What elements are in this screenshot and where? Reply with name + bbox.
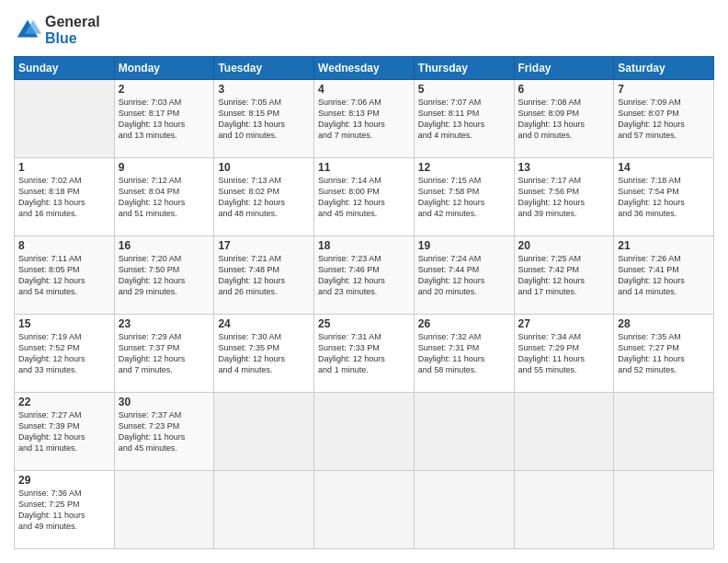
day-number: 12 xyxy=(418,161,510,174)
calendar-cell: 16Sunrise: 7:20 AMSunset: 7:50 PMDayligh… xyxy=(114,236,214,315)
day-number: 27 xyxy=(518,317,610,330)
day-info: Sunrise: 7:03 AMSunset: 8:17 PMDaylight:… xyxy=(119,97,210,142)
calendar-row: 2Sunrise: 7:03 AMSunset: 8:17 PMDaylight… xyxy=(15,80,714,158)
day-info: Sunrise: 7:14 AMSunset: 8:00 PMDaylight:… xyxy=(318,175,410,220)
calendar-cell xyxy=(414,393,514,471)
calendar-cell: 18Sunrise: 7:23 AMSunset: 7:46 PMDayligh… xyxy=(314,236,415,315)
day-info: Sunrise: 7:05 AMSunset: 8:15 PMDaylight:… xyxy=(218,97,310,142)
day-info: Sunrise: 7:24 AMSunset: 7:44 PMDaylight:… xyxy=(418,253,510,298)
day-info: Sunrise: 7:21 AMSunset: 7:48 PMDaylight:… xyxy=(218,253,310,298)
day-info: Sunrise: 7:19 AMSunset: 7:52 PMDaylight:… xyxy=(18,331,110,376)
day-number: 2 xyxy=(119,83,210,96)
calendar-cell xyxy=(114,471,214,549)
calendar-cell xyxy=(614,393,714,471)
col-thursday: Thursday xyxy=(414,57,514,80)
day-info: Sunrise: 7:35 AMSunset: 7:27 PMDaylight:… xyxy=(618,331,710,376)
day-info: Sunrise: 7:36 AMSunset: 7:25 PMDaylight:… xyxy=(18,488,110,533)
day-info: Sunrise: 7:08 AMSunset: 8:09 PMDaylight:… xyxy=(518,97,610,142)
calendar-cell: 13Sunrise: 7:17 AMSunset: 7:56 PMDayligh… xyxy=(514,158,614,236)
col-tuesday: Tuesday xyxy=(214,57,314,80)
calendar-cell: 8Sunrise: 7:11 AMSunset: 8:05 PMDaylight… xyxy=(15,236,115,315)
calendar-row: 29Sunrise: 7:36 AMSunset: 7:25 PMDayligh… xyxy=(15,471,714,549)
day-info: Sunrise: 7:32 AMSunset: 7:31 PMDaylight:… xyxy=(418,331,510,376)
calendar-cell xyxy=(514,471,614,549)
day-info: Sunrise: 7:09 AMSunset: 8:07 PMDaylight:… xyxy=(618,97,710,142)
day-number: 29 xyxy=(18,474,110,487)
calendar-cell: 7Sunrise: 7:09 AMSunset: 8:07 PMDaylight… xyxy=(614,80,714,158)
day-info: Sunrise: 7:15 AMSunset: 7:58 PMDaylight:… xyxy=(418,175,510,220)
day-number: 17 xyxy=(218,239,310,252)
day-info: Sunrise: 7:30 AMSunset: 7:35 PMDaylight:… xyxy=(218,331,310,376)
calendar-cell: 27Sunrise: 7:34 AMSunset: 7:29 PMDayligh… xyxy=(514,315,614,393)
calendar-cell: 24Sunrise: 7:30 AMSunset: 7:35 PMDayligh… xyxy=(214,315,314,393)
day-number: 9 xyxy=(119,161,210,174)
calendar-table: Sunday Monday Tuesday Wednesday Thursday… xyxy=(14,56,714,549)
calendar-row: 8Sunrise: 7:11 AMSunset: 8:05 PMDaylight… xyxy=(15,236,714,315)
calendar-cell: 29Sunrise: 7:36 AMSunset: 7:25 PMDayligh… xyxy=(15,471,115,549)
day-info: Sunrise: 7:11 AMSunset: 8:05 PMDaylight:… xyxy=(18,253,110,298)
day-number: 26 xyxy=(418,317,510,330)
calendar-cell xyxy=(314,471,415,549)
day-number: 1 xyxy=(18,161,110,174)
calendar-cell xyxy=(214,393,314,471)
header: General Blue xyxy=(14,14,714,47)
day-number: 14 xyxy=(618,161,710,174)
day-info: Sunrise: 7:34 AMSunset: 7:29 PMDaylight:… xyxy=(518,331,610,376)
calendar-cell: 20Sunrise: 7:25 AMSunset: 7:42 PMDayligh… xyxy=(514,236,614,315)
day-number: 16 xyxy=(119,239,210,252)
calendar-cell xyxy=(214,471,314,549)
calendar-cell: 6Sunrise: 7:08 AMSunset: 8:09 PMDaylight… xyxy=(514,80,614,158)
day-number: 22 xyxy=(18,396,110,408)
day-info: Sunrise: 7:25 AMSunset: 7:42 PMDaylight:… xyxy=(518,253,610,298)
calendar-cell: 23Sunrise: 7:29 AMSunset: 7:37 PMDayligh… xyxy=(114,315,214,393)
day-info: Sunrise: 7:07 AMSunset: 8:11 PMDaylight:… xyxy=(418,97,510,142)
day-number: 5 xyxy=(418,83,510,96)
calendar-cell: 26Sunrise: 7:32 AMSunset: 7:31 PMDayligh… xyxy=(414,315,514,393)
logo-text: General Blue xyxy=(45,14,100,47)
day-number: 30 xyxy=(119,396,210,408)
calendar-cell: 12Sunrise: 7:15 AMSunset: 7:58 PMDayligh… xyxy=(414,158,514,236)
day-number: 20 xyxy=(518,239,610,252)
calendar-cell: 3Sunrise: 7:05 AMSunset: 8:15 PMDaylight… xyxy=(214,80,314,158)
day-number: 15 xyxy=(18,317,110,330)
calendar-cell: 22Sunrise: 7:27 AMSunset: 7:39 PMDayligh… xyxy=(15,393,115,471)
day-number: 19 xyxy=(418,239,510,252)
day-number: 7 xyxy=(618,83,710,96)
day-number: 6 xyxy=(518,83,610,96)
day-info: Sunrise: 7:27 AMSunset: 7:39 PMDaylight:… xyxy=(18,409,110,454)
day-info: Sunrise: 7:23 AMSunset: 7:46 PMDaylight:… xyxy=(318,253,410,298)
day-number: 13 xyxy=(518,161,610,174)
day-info: Sunrise: 7:29 AMSunset: 7:37 PMDaylight:… xyxy=(119,331,210,376)
calendar-cell xyxy=(15,80,115,158)
day-info: Sunrise: 7:13 AMSunset: 8:02 PMDaylight:… xyxy=(218,175,310,220)
calendar-cell: 2Sunrise: 7:03 AMSunset: 8:17 PMDaylight… xyxy=(114,80,214,158)
calendar-cell: 30Sunrise: 7:37 AMSunset: 7:23 PMDayligh… xyxy=(114,393,214,471)
day-info: Sunrise: 7:06 AMSunset: 8:13 PMDaylight:… xyxy=(318,97,410,142)
calendar-row: 22Sunrise: 7:27 AMSunset: 7:39 PMDayligh… xyxy=(15,393,714,471)
col-saturday: Saturday xyxy=(614,57,714,80)
col-wednesday: Wednesday xyxy=(314,57,415,80)
calendar-cell: 10Sunrise: 7:13 AMSunset: 8:02 PMDayligh… xyxy=(214,158,314,236)
day-info: Sunrise: 7:37 AMSunset: 7:23 PMDaylight:… xyxy=(119,409,210,454)
calendar-row: 1Sunrise: 7:02 AMSunset: 8:18 PMDaylight… xyxy=(15,158,714,236)
calendar-cell: 21Sunrise: 7:26 AMSunset: 7:41 PMDayligh… xyxy=(614,236,714,315)
day-number: 4 xyxy=(318,83,410,96)
day-info: Sunrise: 7:26 AMSunset: 7:41 PMDaylight:… xyxy=(618,253,710,298)
day-number: 11 xyxy=(318,161,410,174)
day-number: 18 xyxy=(318,239,410,252)
col-sunday: Sunday xyxy=(15,57,115,80)
day-info: Sunrise: 7:02 AMSunset: 8:18 PMDaylight:… xyxy=(18,175,110,220)
calendar-cell: 19Sunrise: 7:24 AMSunset: 7:44 PMDayligh… xyxy=(414,236,514,315)
calendar-row: 15Sunrise: 7:19 AMSunset: 7:52 PMDayligh… xyxy=(15,315,714,393)
day-info: Sunrise: 7:20 AMSunset: 7:50 PMDaylight:… xyxy=(119,253,210,298)
calendar-cell: 1Sunrise: 7:02 AMSunset: 8:18 PMDaylight… xyxy=(15,158,115,236)
day-number: 28 xyxy=(618,317,710,330)
calendar-cell: 15Sunrise: 7:19 AMSunset: 7:52 PMDayligh… xyxy=(15,315,115,393)
calendar-cell: 5Sunrise: 7:07 AMSunset: 8:11 PMDaylight… xyxy=(414,80,514,158)
logo-icon xyxy=(14,17,41,44)
day-info: Sunrise: 7:17 AMSunset: 7:56 PMDaylight:… xyxy=(518,175,610,220)
day-info: Sunrise: 7:31 AMSunset: 7:33 PMDaylight:… xyxy=(318,331,410,376)
day-number: 10 xyxy=(218,161,310,174)
day-number: 21 xyxy=(618,239,710,252)
day-number: 24 xyxy=(218,317,310,330)
